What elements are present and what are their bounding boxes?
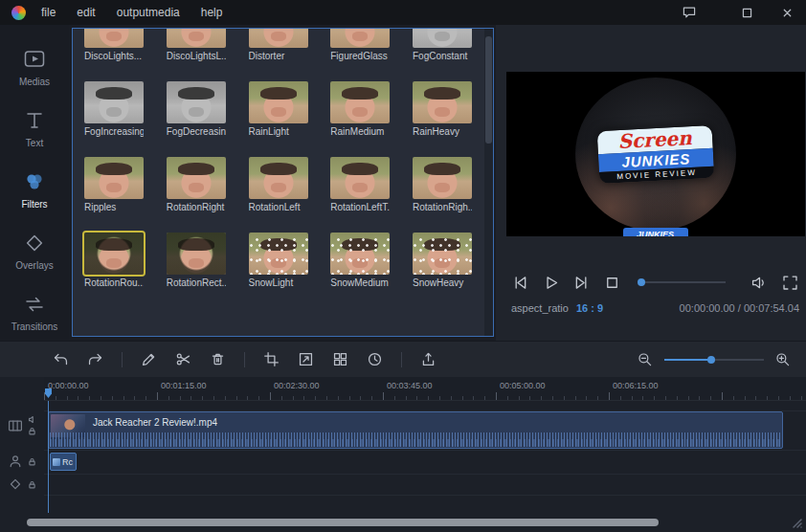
app-logo-icon (11, 6, 26, 20)
filter-item[interactable]: SnowMedium (330, 233, 390, 288)
scrollbar-handle[interactable] (27, 519, 659, 526)
redo-button[interactable] (87, 351, 103, 367)
ruler-label: 00:03:45.00 (383, 377, 496, 400)
video-content-logo: Screen JUNKIES MOVIE REVIEW (596, 124, 714, 183)
toolbar-separator (244, 352, 245, 367)
zoom-out-icon[interactable] (638, 352, 653, 367)
sidebar-item-medias[interactable]: Medias (0, 36, 69, 98)
filter-thumbnail (249, 29, 308, 48)
previous-frame-button[interactable] (511, 274, 529, 292)
filter-thumbnail (84, 29, 144, 48)
maximize-button[interactable] (739, 5, 754, 20)
resize-grip-icon[interactable] (791, 517, 802, 528)
filter-item[interactable]: RainMedium (330, 81, 390, 137)
track-headers (0, 400, 44, 513)
video-track-header[interactable] (0, 415, 44, 435)
preview-info-row: aspect_ratio 16 : 9 00:00:00.00 / 00:07:… (496, 302, 806, 314)
zoom-in-icon[interactable] (775, 352, 791, 367)
menu-item[interactable]: file (41, 6, 56, 19)
filter-library-panel: DiscoLights... DiscoLightsL... Distorter (72, 28, 494, 337)
track-lock-icon[interactable] (28, 427, 36, 435)
filter-item[interactable]: SnowHeavy (413, 233, 472, 288)
menu-item[interactable]: help (201, 6, 223, 19)
fullscreen-icon[interactable] (781, 274, 799, 292)
filter-item[interactable]: Ripples (84, 157, 144, 212)
filter-label: RotationLeft (249, 202, 308, 212)
timeline-zoom-controls (638, 352, 791, 367)
close-button[interactable] (779, 5, 795, 20)
timeline-horizontal-scrollbar[interactable] (0, 513, 806, 532)
filter-label: RotationRect... (167, 277, 226, 288)
filter-item[interactable]: SnowLight (249, 233, 308, 288)
edit-button[interactable] (141, 351, 157, 367)
filter-item[interactable]: RainHeavy (413, 81, 472, 137)
duration-clock-button[interactable] (367, 351, 383, 367)
export-button[interactable] (420, 351, 437, 367)
track-lock-icon[interactable] (28, 480, 36, 489)
sidebar-item-filters[interactable]: Filters (0, 159, 69, 220)
volume-icon[interactable] (750, 274, 769, 292)
filter-item[interactable]: RotationLeft (249, 157, 308, 212)
filter-label: RainMedium (330, 126, 390, 137)
preview-panel: Screen JUNKIES MOVIE REVIEW JUNKIES (496, 25, 806, 341)
mosaic-button[interactable] (332, 351, 348, 367)
sidebar-item-overlays[interactable]: Overlays (0, 220, 69, 281)
filter-item[interactable]: FiguredGlass (330, 29, 390, 61)
filter-item[interactable]: FogDecreasing (167, 81, 226, 137)
aspect-ratio-value[interactable]: 16 : 9 (576, 302, 603, 314)
filter-label: RotationRight (167, 202, 226, 212)
filters-scrollbar[interactable] (484, 29, 493, 336)
scrollbar-handle[interactable] (485, 36, 492, 144)
seek-knob[interactable] (638, 278, 645, 286)
filter-item[interactable]: DiscoLightsL... (167, 29, 226, 61)
ruler-label: 00:01:15.00 (157, 377, 270, 400)
filter-label: FogDecreasing (167, 126, 226, 137)
video-preview: Screen JUNKIES MOVIE REVIEW JUNKIES (506, 72, 805, 236)
feedback-chat-icon[interactable] (682, 5, 697, 20)
ruler-label: 00:05:00.00 (496, 377, 609, 400)
filter-item[interactable]: Distorter (249, 29, 308, 61)
crop-button[interactable] (263, 351, 280, 367)
track-area[interactable]: Jack Reacher 2 Review!.mp4 Rc (44, 400, 806, 513)
filter-item[interactable]: RotationLeftT... (330, 157, 390, 212)
filter-thumbnail (249, 233, 308, 275)
text-clip[interactable]: Rc (50, 453, 77, 471)
seek-track[interactable] (638, 281, 726, 283)
filter-label: RotationRou... (84, 277, 144, 288)
zoom-slider[interactable] (664, 354, 764, 366)
window-controls (682, 5, 795, 20)
pip-track-header[interactable] (0, 454, 44, 469)
track-lock-icon[interactable] (28, 457, 36, 466)
filter-label: FiguredGlass (330, 51, 390, 61)
play-button[interactable] (542, 274, 560, 292)
sidebar-item-transitions[interactable]: Transitions (0, 281, 69, 343)
video-clip[interactable]: Jack Reacher 2 Review!.mp4 (48, 411, 783, 449)
filter-item[interactable]: RainLight (249, 81, 308, 137)
zoom-transform-button[interactable] (298, 351, 314, 367)
filter-item[interactable]: RotationRigh... (413, 157, 472, 212)
next-frame-button[interactable] (572, 274, 591, 292)
filter-grid: DiscoLights... DiscoLightsL... Distorter (73, 29, 483, 288)
filter-thumbnail (330, 81, 390, 123)
timeline-ruler[interactable]: 0:00:00.00 00:01:15.00 00:02:30.00 00:03… (44, 377, 806, 400)
overlay-track-header[interactable] (0, 477, 44, 492)
sidebar-item-text[interactable]: Text (0, 98, 69, 159)
zoom-knob[interactable] (707, 356, 715, 364)
filter-item[interactable]: RotationRect... (167, 233, 226, 288)
toolbar-separator (401, 352, 402, 367)
filter-item[interactable]: DiscoLights... (84, 29, 144, 61)
menu-item[interactable]: outputmedia (117, 6, 180, 19)
menu-item[interactable]: edit (77, 6, 95, 19)
app-window: file edit outputmedia help Medias (0, 0, 806, 532)
filter-item[interactable]: RotationRou... (84, 233, 144, 288)
undo-button[interactable] (53, 351, 69, 367)
filter-item[interactable]: RotationRight (167, 157, 226, 212)
seek-slider[interactable] (638, 276, 726, 289)
track-mute-icon[interactable] (28, 415, 36, 424)
playhead-line[interactable] (48, 401, 49, 513)
split-scissors-button[interactable] (175, 351, 191, 367)
filter-item[interactable]: FogIncreasing (84, 81, 144, 137)
filter-item[interactable]: FogConstant (413, 29, 472, 61)
stop-button[interactable] (603, 274, 621, 292)
delete-trash-button[interactable] (210, 351, 226, 367)
